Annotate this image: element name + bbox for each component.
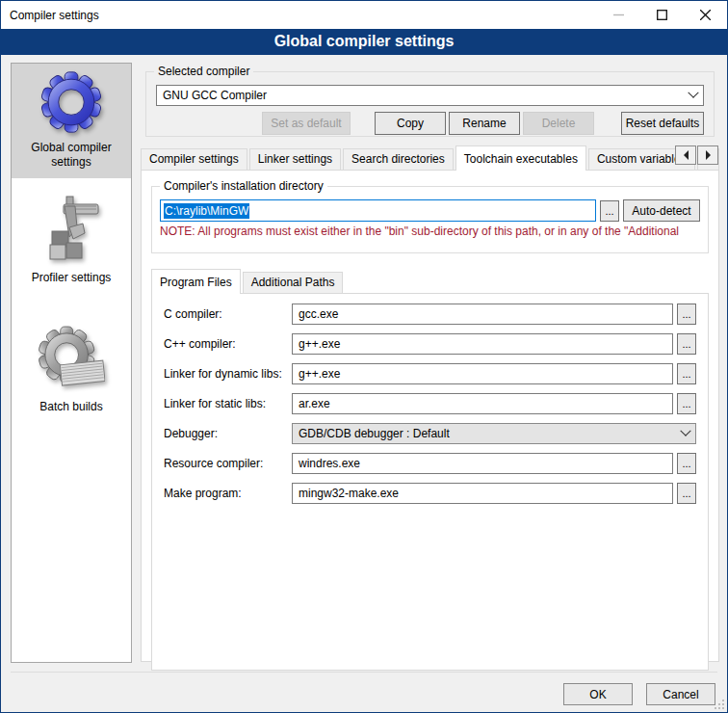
delete-button[interactable]: Delete (523, 112, 594, 135)
minimize-icon (613, 10, 624, 20)
tab-scroll-left-button[interactable] (675, 145, 696, 165)
toolchain-executables-page: Compiler's installation directory C:\ray… (141, 170, 719, 662)
resource-compiler-label: Resource compiler: (164, 457, 292, 470)
installation-directory-group: Compiler's installation directory C:\ray… (151, 186, 709, 253)
make-program-row: Make program: mingw32-make.exe ... (164, 483, 696, 504)
installation-directory-group-label: Compiler's installation directory (160, 179, 327, 193)
window-controls (597, 1, 727, 29)
window-title: Compiler settings (1, 9, 99, 22)
compiler-buttons-row: Set as default Copy Rename Delete Reset … (156, 112, 704, 135)
cpp-compiler-label: C++ compiler: (164, 337, 292, 351)
static-linker-row: Linker for static libs: ar.exe ... (164, 393, 696, 414)
static-linker-value: ar.exe (299, 397, 330, 410)
debugger-label: Debugger: (164, 427, 292, 440)
settings-tab-strip: Compiler settings Linker settings Search… (141, 145, 719, 170)
sidebar-item-label: Batch builds (14, 400, 128, 414)
selected-compiler-group: Selected compiler GNU GCC Compiler Set a… (145, 71, 715, 137)
maximize-button[interactable] (640, 1, 684, 29)
make-program-input[interactable]: mingw32-make.exe (292, 483, 673, 504)
tab-additional-paths[interactable]: Additional Paths (243, 272, 344, 293)
dynamic-linker-value: g++.exe (299, 367, 340, 381)
sidebar-item-profiler-settings[interactable]: Profiler settings (12, 188, 131, 294)
main-panel: Selected compiler GNU GCC Compiler Set a… (141, 63, 719, 662)
bin-subdirectory-note: NOTE: All programs must exist either in … (160, 224, 700, 238)
sidebar-item-global-compiler-settings[interactable]: Global compiler settings (12, 64, 131, 178)
make-program-browse-button[interactable]: ... (677, 483, 696, 504)
program-files-pane: C compiler: gcc.exe ... C++ compiler: g+… (151, 293, 709, 671)
static-linker-browse-button[interactable]: ... (677, 393, 696, 414)
make-program-value: mingw32-make.exe (299, 487, 399, 500)
gray-gear-stack-icon (14, 326, 128, 396)
minimize-button[interactable] (597, 1, 640, 29)
tab-scroll-buttons (674, 145, 718, 165)
compiler-select[interactable]: GNU GCC Compiler (156, 85, 704, 106)
sidebar-item-batch-builds[interactable]: Batch builds (12, 319, 131, 423)
installation-directory-input[interactable]: C:\raylib\MinGW (160, 199, 596, 222)
ok-button[interactable]: OK (563, 683, 633, 705)
cpp-compiler-row: C++ compiler: g++.exe ... (164, 333, 696, 355)
sidebar-item-label: Profiler settings (14, 271, 128, 285)
rename-button[interactable]: Rename (449, 112, 520, 135)
tab-program-files[interactable]: Program Files (151, 269, 241, 294)
resource-compiler-browse-button[interactable]: ... (677, 453, 696, 474)
c-compiler-value: gcc.exe (299, 307, 338, 321)
resource-compiler-row: Resource compiler: windres.exe ... (164, 453, 696, 474)
c-compiler-input[interactable]: gcc.exe (292, 304, 673, 325)
make-program-label: Make program: (164, 487, 292, 500)
tab-search-directories[interactable]: Search directories (343, 148, 454, 170)
c-compiler-label: C compiler: (164, 307, 292, 321)
resource-compiler-value: windres.exe (299, 457, 360, 470)
close-button[interactable] (684, 1, 727, 29)
chevron-down-icon (680, 426, 690, 436)
resource-compiler-input[interactable]: windres.exe (292, 453, 673, 474)
tab-toolchain-executables[interactable]: Toolchain executables (455, 145, 586, 171)
cpp-compiler-value: g++.exe (299, 337, 340, 351)
arrow-left-icon (679, 150, 689, 160)
dynamic-linker-browse-button[interactable]: ... (677, 363, 696, 384)
dynamic-linker-row: Linker for dynamic libs: g++.exe ... (164, 363, 696, 384)
page-title: Global compiler settings (1, 29, 727, 55)
installation-directory-browse-button[interactable]: ... (600, 200, 619, 222)
resize-grip[interactable] (715, 700, 724, 709)
installation-directory-row: C:\raylib\MinGW ... Auto-detect (160, 199, 700, 222)
cpp-compiler-input[interactable]: g++.exe (292, 333, 673, 355)
c-compiler-browse-button[interactable]: ... (677, 304, 696, 325)
footer-divider (11, 672, 717, 673)
settings-category-list: Global compiler settings (11, 63, 132, 663)
sidebar-item-label: Global compiler settings (14, 141, 128, 170)
close-icon (700, 10, 711, 20)
title-bar: Compiler settings (1, 1, 727, 29)
installation-directory-value: C:\raylib\MinGW (164, 203, 249, 219)
debugger-value: GDB/CDB debugger : Default (299, 427, 682, 440)
static-linker-label: Linker for static libs: (164, 397, 292, 410)
selected-compiler-group-label: Selected compiler (154, 65, 253, 78)
compiler-settings-dialog: Compiler settings Global compiler settin… (0, 0, 728, 713)
arrow-right-icon (706, 150, 715, 160)
auto-detect-button[interactable]: Auto-detect (623, 199, 700, 222)
program-files-tab-strip: Program Files Additional Paths (151, 268, 718, 293)
c-compiler-row: C compiler: gcc.exe ... (164, 304, 696, 325)
compiler-select-value: GNU GCC Compiler (163, 89, 689, 102)
chevron-down-icon (688, 88, 698, 98)
tab-compiler-settings[interactable]: Compiler settings (141, 148, 247, 170)
reset-defaults-button[interactable]: Reset defaults (621, 112, 704, 135)
maximize-icon (657, 10, 667, 20)
cpp-compiler-browse-button[interactable]: ... (677, 333, 696, 355)
static-linker-input[interactable]: ar.exe (292, 393, 673, 414)
copy-button[interactable]: Copy (375, 112, 446, 135)
dynamic-linker-label: Linker for dynamic libs: (164, 367, 292, 381)
caliper-icon (14, 195, 128, 267)
blue-gear-icon (14, 70, 128, 137)
tab-linker-settings[interactable]: Linker settings (249, 148, 341, 170)
debugger-row: Debugger: GDB/CDB debugger : Default (164, 423, 696, 444)
tab-scroll-right-button[interactable] (697, 145, 718, 165)
set-as-default-button[interactable]: Set as default (262, 112, 351, 135)
dynamic-linker-input[interactable]: g++.exe (292, 363, 673, 384)
debugger-select[interactable]: GDB/CDB debugger : Default (292, 423, 696, 444)
cancel-button[interactable]: Cancel (646, 683, 715, 705)
